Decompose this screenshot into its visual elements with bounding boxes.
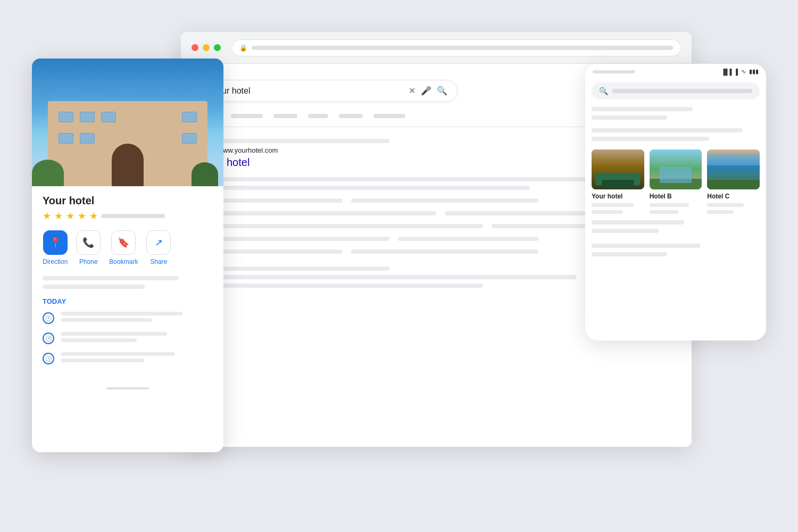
clear-icon[interactable]: ✕ [409,86,415,96]
hotel-cards: Your hotel Hotel B [592,149,760,214]
action-buttons: 📍 Direction 📞 Phone 🔖 Bookmark ↗ Share [43,230,213,265]
tab-bar-1 [231,114,263,118]
ph-bot-sk-1 [592,220,684,225]
minimize-button[interactable] [203,44,210,51]
hotel-card-2[interactable]: Hotel B [650,149,702,214]
tab-2[interactable] [231,114,263,122]
time-item-2: 🕑 [43,332,213,345]
hotel-3-bar-1 [707,203,744,207]
share-label: Share [150,258,167,265]
signal-icon: ▐▌▌▐ [721,69,738,75]
direction-icon: 📍 [43,230,68,255]
time-line-2a [61,332,167,336]
hotel-image [32,59,223,186]
spacer-1 [592,124,760,128]
search-query: Your hotel [212,86,409,96]
building [48,101,207,186]
sk4 [445,211,585,215]
time-lines-3 [61,352,213,365]
sk6 [492,224,585,228]
time-line-2b [61,338,137,342]
star-4: ★ [78,210,86,222]
sk11 [202,267,389,271]
info-line-2 [43,285,145,289]
mic-icon[interactable]: 🎤 [421,86,431,96]
window-controls [192,44,221,51]
window-5 [59,133,73,144]
bookmark-icon: 🔖 [111,230,136,255]
tab-3[interactable] [273,114,297,122]
star-1: ★ [43,210,51,222]
today-section: TODAY 🕐 🕑 🕒 [43,297,213,365]
tab-5[interactable] [339,114,363,122]
google-search-bar[interactable]: Your hotel ✕ 🎤 🔍 [202,80,458,102]
time-item-3: 🕒 [43,352,213,365]
time-lines-2 [61,332,213,345]
sk10 [351,250,538,254]
hotel-card-3[interactable]: Hotel C [707,149,760,214]
star-5: ★ [89,210,98,222]
hotel-card-img-3 [707,149,760,189]
share-button[interactable]: ↗ Share [146,230,171,265]
maximize-button[interactable] [214,44,221,51]
today-label: TODAY [43,297,213,305]
phone-search-input-placeholder [612,89,752,93]
bookmark-button[interactable]: 🔖 Bookmark [109,230,138,265]
phone-panel: ▐▌▌▐ ∿ ▮▮▮ 🔍 [585,64,766,340]
sk2 [351,198,538,203]
ph-sk-1 [592,107,693,111]
tree-right [192,162,218,186]
desc-line-1 [202,177,624,181]
spacer-2 [592,237,760,244]
close-button[interactable] [192,44,198,51]
scroll-indicator [106,387,149,389]
hotel-2-bar-2 [650,210,678,214]
star-3: ★ [66,210,74,222]
ph-bot-sk-2 [592,229,659,233]
url-text [252,46,673,50]
phone-search-icon: 🔍 [599,87,608,95]
building-arch [112,144,144,186]
hotel-name: Your hotel [43,195,213,207]
mobile-hotel-info: Your hotel ★ ★ ★ ★ ★ 📍 Direction 📞 Phone [32,186,223,381]
tab-bar-3 [308,114,328,118]
window-3 [101,112,116,122]
time-line-3b [61,359,144,362]
url-bar[interactable]: 🔒 [231,39,681,56]
clock-icon-1: 🕐 [43,312,54,324]
hotel-card-img-1 [592,149,644,189]
hotel-1-bar-2 [592,210,623,214]
lock-icon: 🔒 [239,44,247,52]
phone-icon: 📞 [76,230,101,255]
search-icon[interactable]: 🔍 [437,86,447,96]
phone-bottom-skeletons [592,220,760,256]
time-line-1a [61,312,182,315]
hotel-1-bar-1 [592,203,634,207]
phone-button[interactable]: 📞 Phone [76,230,101,265]
rating-bar [101,214,165,218]
window-1 [59,112,73,122]
window-2 [80,112,95,122]
direction-label: Direction [43,258,68,265]
star-rating: ★ ★ ★ ★ ★ [43,210,213,222]
tab-bar-2 [273,114,297,118]
ph-bot-sk-3 [592,244,701,248]
sk13 [202,284,483,288]
clock-icon-3: 🕒 [43,353,54,364]
window-4 [182,112,197,122]
hotel-card-1[interactable]: Your hotel [592,149,644,214]
phone-status-bar: ▐▌▌▐ ∿ ▮▮▮ [585,64,766,78]
tab-6[interactable] [373,114,405,122]
ph-sk-2 [592,115,667,120]
sk5 [202,224,483,228]
tab-4[interactable] [308,114,328,122]
phone-search-bar[interactable]: 🔍 [592,82,760,99]
direction-button[interactable]: 📍 Direction [43,230,68,265]
time-line-3a [61,352,175,356]
tree-left [32,160,64,186]
desc-line-2 [202,186,530,190]
ph-sk-3 [592,128,743,132]
info-lines [43,276,213,289]
phone-content: Your hotel Hotel B [585,107,766,256]
browser-chrome: 🔒 [181,32,692,64]
